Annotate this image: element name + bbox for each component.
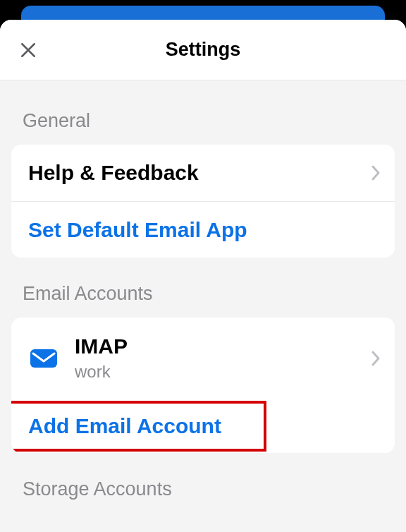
account-title: IMAP [75, 334, 371, 359]
account-text: IMAP work [75, 334, 371, 382]
group-email-accounts: IMAP work Add Email Account [11, 318, 395, 453]
settings-header: Settings [0, 20, 406, 80]
row-help-feedback[interactable]: Help & Feedback [11, 145, 395, 201]
mail-icon [28, 343, 59, 374]
row-set-default-email-app[interactable]: Set Default Email App [11, 201, 395, 258]
chevron-right-icon [371, 350, 381, 367]
section-header-email-accounts: Email Accounts [0, 258, 406, 318]
account-subtitle: work [75, 361, 371, 382]
section-header-general: General [0, 80, 406, 145]
chevron-right-icon [371, 164, 381, 181]
settings-content: General Help & Feedback Set Default Emai… [0, 80, 406, 500]
svg-rect-0 [30, 349, 57, 368]
row-label-help: Help & Feedback [28, 161, 371, 185]
group-general: Help & Feedback Set Default Email App [11, 145, 395, 258]
background-peek-bar [21, 6, 385, 20]
row-label-add-email: Add Email Account [28, 414, 381, 438]
row-email-account[interactable]: IMAP work [11, 318, 395, 399]
settings-sheet: Settings General Help & Feedback Set Def… [0, 20, 406, 532]
page-title: Settings [166, 39, 241, 61]
row-add-email-account[interactable]: Add Email Account [11, 399, 395, 453]
close-button[interactable] [16, 37, 41, 63]
close-icon [18, 40, 39, 61]
background-peek [0, 0, 406, 20]
row-label-default-app: Set Default Email App [28, 218, 381, 242]
section-header-storage-accounts: Storage Accounts [0, 453, 406, 500]
